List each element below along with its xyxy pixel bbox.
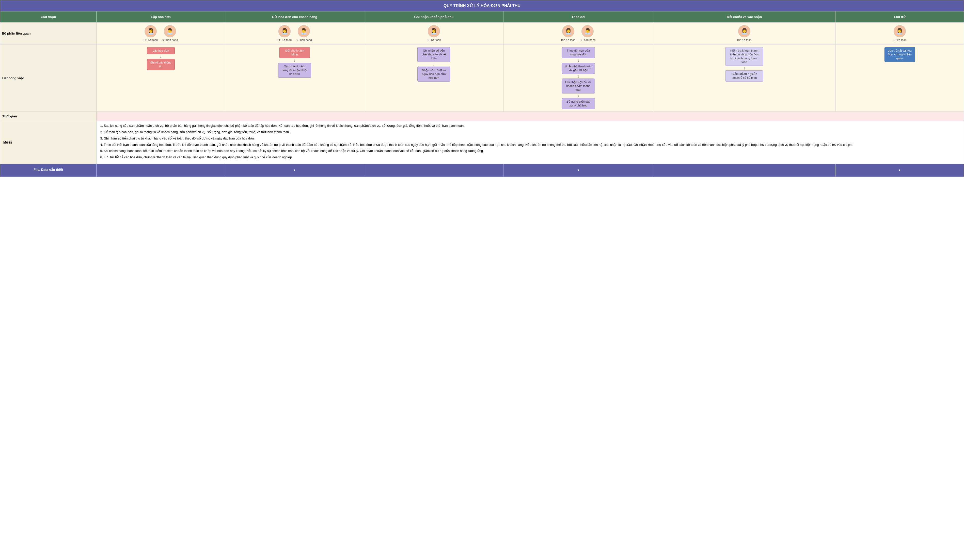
avatar-label-banhang-gui: BP bán hàng xyxy=(296,38,312,41)
work-gui: Gửi cho khách hàng ↓ Xác nhận khách hàng… xyxy=(225,44,364,112)
header-luu-tru: Lưu trữ xyxy=(835,11,964,23)
file-row: File, Data cần thiết • • • xyxy=(0,164,964,177)
bophan-luu-avatars: 👩‍💼 BP kế toán xyxy=(837,25,962,42)
bophan-label: Bộ phận liên quan xyxy=(0,23,96,44)
header-doi-chieu: Đối chiếu và xác nhận xyxy=(653,11,835,23)
avatar-label-keto-doi: BP Kế toán xyxy=(737,38,751,42)
arrow-lap-1: ↓ xyxy=(160,55,162,59)
bophan-theo: 👩‍💼 BP Kế toán 👨‍💼 BP bán hàng xyxy=(503,23,653,44)
flow-gui-box2: Xác nhận khách hàng đã nhận được hóa đơn xyxy=(278,63,311,78)
avatar-label-keto-ghi: BP Kế toán xyxy=(427,38,441,42)
header-gui-hoadon: Gửi hóa đơn cho khách hàng xyxy=(225,11,364,23)
arrow-theo-1: ↓ xyxy=(577,59,580,62)
avatar-wrap-keto-ghi: 👩‍💼 BP Kế toán xyxy=(427,25,441,42)
file-col-doi xyxy=(653,164,835,177)
work-luu: Lưu trữ tất cả hóa đơn, chứng từ liên qu… xyxy=(835,44,964,112)
work-row: List công việc Lập hóa đơn ↓ Ghi rõ các … xyxy=(0,44,964,112)
avatar-wrap-keto-luu: 👩‍💼 BP kế toán xyxy=(892,25,907,42)
mota-content: Sau khi cung cấp sản phẩm hoặc dịch vụ, … xyxy=(96,121,964,164)
mota-label: Mô tả xyxy=(0,121,96,164)
bophan-gui: 👩‍💼 BP Kế toán 👨‍💼 BP bán hàng xyxy=(225,23,364,44)
bophan-row: Bộ phận liên quan 👩‍💼 BP Kế toán 👨‍💼 BP … xyxy=(0,23,964,44)
flow-gui: Gửi cho khách hàng ↓ Xác nhận khách hàng… xyxy=(226,47,363,78)
file-col-theo: • xyxy=(503,164,653,177)
avatar-label-keto-gui: BP Kế toán xyxy=(277,38,291,42)
arrow-doi-1: ↓ xyxy=(743,66,745,70)
file-dot-3: • xyxy=(899,168,900,173)
avatar-banhang-lap: 👨‍💼 xyxy=(164,25,176,37)
avatar-wrap-keto-lap: 👩‍💼 BP Kế toán xyxy=(143,25,158,42)
bophan-gui-avatars: 👩‍💼 BP Kế toán 👨‍💼 BP bán hàng xyxy=(226,25,363,42)
avatar-label-banhang-theo: BP bán hàng xyxy=(580,38,595,41)
flow-doi: Kiểm tra khoản thanh toán có khớp hóa đơ… xyxy=(655,47,834,81)
avatar-keto-theo: 👩‍💼 xyxy=(562,25,574,37)
flow-theo-box2: Nhắc nhở thanh toán khi gần tới hạn xyxy=(562,63,595,74)
work-theo: Theo dõi hạn của từng hóa đơn ↓ Nhắc nhở… xyxy=(503,44,653,112)
flow-lap-box1: Lập hóa đơn xyxy=(147,47,175,54)
header-row: Giai đoạn Lập hóa đơn Gửi hóa đơn cho kh… xyxy=(0,11,964,23)
main-process-table: QUY TRÌNH XỬ LÝ HÓA ĐƠN PHẢI THU Giai đo… xyxy=(0,0,964,177)
bophan-doi: 👩‍💼 BP Kế toán xyxy=(653,23,835,44)
header-ghi-nhan: Ghi nhận khoản phải thu xyxy=(364,11,503,23)
avatar-label-keto-theo: BP Kế toán xyxy=(561,38,575,42)
header-lap-hoadon: Lập hóa đơn xyxy=(96,11,225,23)
avatar-banhang-theo: 👨‍💼 xyxy=(581,25,594,37)
avatar-keto-doi: 👩‍💼 xyxy=(738,25,751,37)
bophan-theo-avatars: 👩‍💼 BP Kế toán 👨‍💼 BP bán hàng xyxy=(505,25,651,42)
avatar-wrap-keto-gui: 👩‍💼 BP Kế toán xyxy=(277,25,291,42)
flow-ghi: Ghi nhận số tiền phải thu vào sổ kế toán… xyxy=(366,47,502,81)
file-col-gui: • xyxy=(225,164,364,177)
bophan-doi-avatars: 👩‍💼 BP Kế toán xyxy=(655,25,834,42)
avatar-wrap-keto-doi: 👩‍💼 BP Kế toán xyxy=(737,25,751,42)
bophan-lap-avatars: 👩‍💼 BP Kế toán 👨‍💼 BP bán hàng xyxy=(98,25,223,42)
avatar-keto-gui: 👩‍💼 xyxy=(278,25,291,37)
title-row: QUY TRÌNH XỬ LÝ HÓA ĐƠN PHẢI THU xyxy=(0,0,964,11)
avatar-wrap-keto-theo: 👩‍💼 BP Kế toán xyxy=(561,25,575,42)
file-col-luu: • xyxy=(835,164,964,177)
mota-item-3: Ghi nhận số tiền phải thu từ khách hàng … xyxy=(104,136,961,141)
flow-gui-box1: Gửi cho khách hàng xyxy=(279,47,310,58)
flow-luu-box1: Lưu trữ tất cả hóa đơn, chứng từ liên qu… xyxy=(884,47,915,62)
flow-theo-box1: Theo dõi hạn của từng hóa đơn xyxy=(562,47,595,58)
bophan-lap: 👩‍💼 BP Kế toán 👨‍💼 BP bán hàng xyxy=(96,23,225,44)
arrow-gui-1: ↓ xyxy=(294,59,296,62)
flow-doi-box2: Giảm số dư nợ của khách ở sổ kế toán xyxy=(725,70,763,81)
avatar-keto-lap: 👩‍💼 xyxy=(145,25,157,37)
flow-theo-box3: Ghi nhận nợ xấu khi khách chậm thanh toá… xyxy=(562,78,595,93)
bophan-luu: 👩‍💼 BP kế toán xyxy=(835,23,964,44)
arrow-ghi-1: ↓ xyxy=(433,62,435,66)
bophan-ghi: 👩‍💼 BP Kế toán xyxy=(364,23,503,44)
file-col-lap xyxy=(96,164,225,177)
avatar-label-keto-lap: BP Kế toán xyxy=(143,38,158,42)
mota-item-2: Kế toán tạo hóa đơn, ghi rõ thông tin về… xyxy=(104,130,961,135)
avatar-label-banhang-lap: BP bán hàng xyxy=(162,38,178,41)
avatar-label-keto-luu: BP kế toán xyxy=(892,38,907,42)
flow-luu: Lưu trữ tất cả hóa đơn, chứng từ liên qu… xyxy=(837,47,962,62)
work-doi: Kiểm tra khoản thanh toán có khớp hóa đơ… xyxy=(653,44,835,112)
file-dot-1: • xyxy=(294,168,295,173)
arrow-theo-2: ↓ xyxy=(577,74,580,78)
file-label: File, Data cần thiết xyxy=(0,164,96,177)
main-title: QUY TRÌNH XỬ LÝ HÓA ĐƠN PHẢI THU xyxy=(0,0,964,11)
flow-lap: Lập hóa đơn ↓ Ghi rõ các thông tin xyxy=(98,47,223,70)
mota-row: Mô tả Sau khi cung cấp sản phẩm hoặc dịc… xyxy=(0,121,964,164)
work-label: List công việc xyxy=(0,44,96,112)
bophan-ghi-avatars: 👩‍💼 BP Kế toán xyxy=(366,25,502,42)
avatar-banhang-gui: 👨‍💼 xyxy=(298,25,310,37)
header-giai-doan: Giai đoạn xyxy=(0,11,96,23)
flow-theo-box4: Sử dụng biện báo xử lý phù hợp xyxy=(562,98,595,109)
work-ghi: Ghi nhận số tiền phải thu vào sổ kế toán… xyxy=(364,44,503,112)
time-row: Thời gian xyxy=(0,112,964,121)
time-label: Thời gian xyxy=(0,112,96,121)
mota-item-6: Lưu trữ tất cả các hóa đơn, chứng từ tha… xyxy=(104,155,961,160)
mota-item-4: Theo dõi thời hạn thanh toán của từng hó… xyxy=(104,143,961,147)
file-col-ghi xyxy=(364,164,503,177)
arrow-theo-3: ↓ xyxy=(577,94,580,98)
mota-item-1: Sau khi cung cấp sản phẩm hoặc dịch vụ, … xyxy=(104,124,961,128)
avatar-wrap-banhang-gui: 👨‍💼 BP bán hàng xyxy=(296,25,312,42)
flow-theo: Theo dõi hạn của từng hóa đơn ↓ Nhắc nhở… xyxy=(505,47,651,109)
work-lap: Lập hóa đơn ↓ Ghi rõ các thông tin xyxy=(96,44,225,112)
time-content xyxy=(96,112,964,121)
header-theo-doi: Theo dõi xyxy=(503,11,653,23)
avatar-wrap-banhang-lap: 👨‍💼 BP bán hàng xyxy=(162,25,178,42)
